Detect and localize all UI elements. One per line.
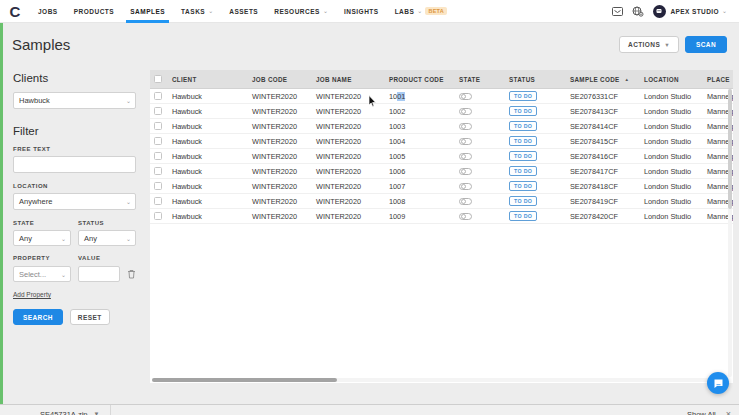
horizontal-scrollbar[interactable] — [152, 378, 725, 382]
chat-bubble-icon — [713, 378, 724, 389]
close-downloads-bar-icon[interactable]: × — [726, 409, 731, 415]
state-toggle-icon[interactable] — [459, 108, 472, 115]
cell-location: London Studio — [640, 107, 703, 116]
nav-item-label: SAMPLES — [130, 8, 165, 15]
filter-sidebar: Clients Hawbuck ⌄ Filter FREE TEXT LOCAT… — [0, 66, 148, 404]
messages-icon[interactable] — [612, 7, 623, 16]
nav-item-tasks[interactable]: TASKS ⌄ — [173, 0, 221, 23]
add-property-link[interactable]: Add Property — [13, 291, 136, 298]
cell-sample-code: SE2078413CF — [566, 107, 640, 116]
account-menu[interactable]: APEX STUDIO ⌄ — [653, 5, 728, 18]
chevron-down-icon[interactable]: ▼ — [94, 411, 100, 415]
column-header-location[interactable]: LOCATION — [640, 76, 703, 83]
nav-item-jobs[interactable]: JOBS — [30, 0, 66, 23]
cell-job-code: WINTER2020 — [248, 152, 312, 161]
cell-product-code: 1003 — [385, 122, 455, 131]
state-toggle-icon[interactable] — [459, 123, 472, 130]
state-toggle-icon[interactable] — [459, 183, 472, 190]
nav-item-insights[interactable]: INSIGHTS — [336, 0, 387, 23]
clients-heading: Clients — [13, 72, 136, 84]
cell-sample-code: SE2078418CF — [566, 182, 640, 191]
state-toggle-icon[interactable] — [459, 198, 472, 205]
column-header-sample-code[interactable]: SAMPLE CODE ▲ — [566, 76, 640, 83]
nav-item-products[interactable]: PRODUCTS — [66, 0, 122, 23]
reset-button[interactable]: RESET — [70, 309, 110, 325]
cell-job-name: WINTER2020 — [312, 182, 385, 191]
cell-product-code: 1009 — [385, 212, 455, 221]
row-checkbox[interactable] — [154, 92, 162, 100]
horizontal-scrollbar-thumb[interactable] — [152, 378, 337, 382]
nav-item-samples[interactable]: SAMPLES — [122, 0, 173, 23]
table-row[interactable]: Hawbuck WINTER2020 WINTER2020 1009 TO DO… — [150, 209, 733, 224]
state-label: STATE — [13, 220, 71, 226]
state-toggle-icon[interactable] — [459, 138, 472, 145]
table-row[interactable]: Hawbuck WINTER2020 WINTER2020 1001 TO DO… — [150, 89, 733, 104]
download-item[interactable]: SE45731A.zip ▼ — [0, 405, 111, 415]
app-window: C JOBS PRODUCTS SAMPLES TASKS ⌄ ASSETS R… — [0, 0, 739, 415]
column-header-status[interactable]: STATUS — [505, 76, 566, 83]
free-text-input[interactable] — [13, 156, 136, 173]
cell-client: Hawbuck — [168, 182, 248, 191]
row-checkbox[interactable] — [154, 212, 162, 220]
top-nav: C JOBS PRODUCTS SAMPLES TASKS ⌄ ASSETS R… — [0, 0, 739, 23]
globe-settings-icon[interactable] — [632, 6, 644, 17]
cell-location: London Studio — [640, 212, 703, 221]
column-header-job-code[interactable]: JOB CODE — [248, 76, 312, 83]
status-select[interactable]: Any ⌄ — [78, 230, 136, 246]
state-toggle-icon[interactable] — [459, 153, 472, 160]
table-row[interactable]: Hawbuck WINTER2020 WINTER2020 1006 TO DO… — [150, 164, 733, 179]
state-select[interactable]: Any ⌄ — [13, 230, 71, 246]
status-badge: TO DO — [509, 181, 537, 191]
column-header-job-name[interactable]: JOB NAME — [312, 76, 385, 83]
row-checkbox[interactable] — [154, 137, 162, 145]
cell-job-code: WINTER2020 — [248, 137, 312, 146]
status-badge: TO DO — [509, 106, 537, 116]
row-checkbox[interactable] — [154, 182, 162, 190]
chat-launcher-button[interactable] — [707, 372, 729, 394]
client-select[interactable]: Hawbuck ⌄ — [13, 92, 136, 109]
sort-ascending-icon: ▲ — [624, 77, 629, 82]
state-toggle-icon[interactable] — [459, 213, 472, 220]
account-name: APEX STUDIO — [671, 8, 719, 15]
scan-button[interactable]: SCAN — [685, 36, 727, 53]
downloads-bar: SE45731A.zip ▼ Show All × — [0, 404, 739, 415]
row-checkbox[interactable] — [154, 197, 162, 205]
row-checkbox[interactable] — [154, 167, 162, 175]
row-checkbox[interactable] — [154, 152, 162, 160]
location-select[interactable]: Anywhere ⌄ — [13, 193, 136, 210]
nav-item-labs[interactable]: LABS ⌄ BETA — [387, 0, 456, 23]
table-row[interactable]: Hawbuck WINTER2020 WINTER2020 1007 TO DO… — [150, 179, 733, 194]
column-header-place[interactable]: PLACE — [703, 76, 733, 83]
table-row[interactable]: Hawbuck WINTER2020 WINTER2020 1004 TO DO… — [150, 134, 733, 149]
table-row[interactable]: Hawbuck WINTER2020 WINTER2020 1003 TO DO… — [150, 119, 733, 134]
vertical-scrollbar-thumb[interactable] — [728, 89, 732, 209]
column-header-state[interactable]: STATE — [455, 76, 505, 83]
property-select[interactable]: Select... ⌄ — [13, 266, 71, 282]
column-header-client[interactable]: CLIENT — [168, 76, 248, 83]
chevron-down-icon: ⌄ — [61, 271, 66, 278]
table-row[interactable]: Hawbuck WINTER2020 WINTER2020 1002 TO DO… — [150, 104, 733, 119]
row-checkbox[interactable] — [154, 122, 162, 130]
table-row[interactable]: Hawbuck WINTER2020 WINTER2020 1008 TO DO… — [150, 194, 733, 209]
select-all-checkbox[interactable] — [154, 75, 162, 83]
value-input[interactable] — [78, 266, 120, 282]
table-body: Hawbuck WINTER2020 WINTER2020 1001 TO DO… — [150, 89, 733, 224]
state-toggle-icon[interactable] — [459, 93, 472, 100]
column-header-product-code[interactable]: PRODUCT CODE — [385, 76, 455, 83]
page-title: Samples — [12, 36, 70, 53]
state-toggle-icon[interactable] — [459, 168, 472, 175]
nav-item-label: JOBS — [38, 8, 58, 15]
nav-items: JOBS PRODUCTS SAMPLES TASKS ⌄ ASSETS RES… — [30, 0, 455, 23]
nav-item-resources[interactable]: RESOURCES ⌄ — [266, 0, 336, 23]
show-all-downloads-link[interactable]: Show All — [687, 410, 716, 415]
actions-button[interactable]: ACTIONS ▼ — [619, 36, 679, 53]
row-checkbox[interactable] — [154, 107, 162, 115]
delete-property-icon[interactable] — [127, 265, 136, 283]
vertical-scrollbar[interactable] — [728, 89, 732, 377]
nav-item-assets[interactable]: ASSETS — [221, 0, 266, 23]
table-row[interactable]: Hawbuck WINTER2020 WINTER2020 1005 TO DO… — [150, 149, 733, 164]
search-button[interactable]: SEARCH — [13, 309, 63, 325]
cell-job-name: WINTER2020 — [312, 152, 385, 161]
status-badge: TO DO — [509, 121, 537, 131]
app-logo[interactable]: C — [0, 3, 30, 20]
